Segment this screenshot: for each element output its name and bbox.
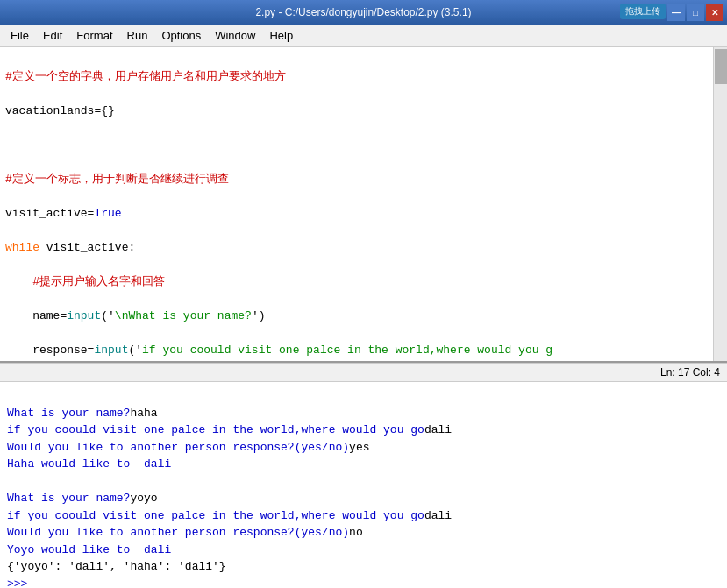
close-button[interactable]: ✕ — [706, 4, 723, 21]
editor-scrollbar[interactable] — [713, 47, 727, 361]
status-bar: Ln: 17 Col: 4 — [0, 363, 727, 382]
minimize-button[interactable]: — — [667, 4, 685, 21]
title-text: 2.py - C:/Users/dongyujin/Desktop/2.py (… — [255, 6, 471, 18]
menu-window[interactable]: Window — [208, 27, 262, 44]
menu-format[interactable]: Format — [69, 27, 119, 44]
upload-button[interactable]: 拖拽上传 — [620, 4, 666, 19]
menu-options[interactable]: Options — [154, 27, 208, 44]
code-editor[interactable]: #定义一个空的字典，用户存储用户名和用户要求的地方 vacationlands=… — [0, 47, 727, 363]
menu-bar: File Edit Format Run Options Window Help — [0, 25, 727, 47]
window-controls: — □ ✕ — [667, 4, 723, 21]
editor-scrollbar-thumb[interactable] — [715, 49, 727, 84]
menu-edit[interactable]: Edit — [36, 27, 69, 44]
terminal-content: What is your name?haha if you coould vis… — [0, 382, 727, 588]
cursor-position: Ln: 17 Col: 4 — [660, 366, 720, 379]
menu-run[interactable]: Run — [120, 27, 155, 44]
title-bar: 2.py - C:/Users/dongyujin/Desktop/2.py (… — [0, 0, 727, 25]
maximize-button[interactable]: □ — [687, 4, 704, 21]
menu-file[interactable]: File — [4, 27, 36, 44]
menu-help[interactable]: Help — [262, 27, 300, 44]
terminal[interactable]: What is your name?haha if you coould vis… — [0, 382, 727, 588]
editor-content: #定义一个空的字典，用户存储用户名和用户要求的地方 vacationlands=… — [0, 47, 727, 363]
